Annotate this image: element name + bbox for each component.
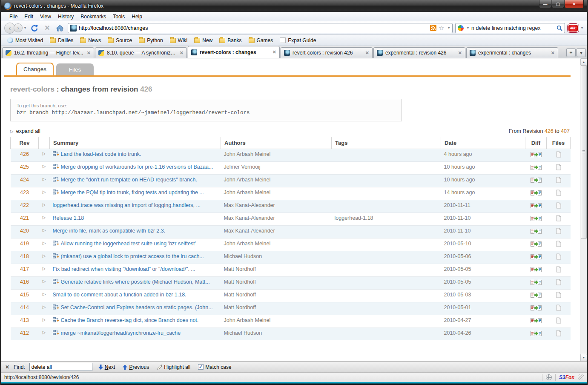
vertical-scrollbar[interactable]: ▲ ▼ [580,58,587,361]
revision-link[interactable]: 425 [20,164,29,170]
summary-link[interactable]: Allow running the loggerhead test suite … [61,241,196,247]
rss-icon[interactable] [430,25,436,31]
history-dropdown-icon[interactable]: ▼ [23,26,27,30]
diff-icon[interactable] [531,332,542,338]
diff-icon[interactable] [531,319,542,325]
expand-row-icon[interactable]: ▷ [43,253,46,258]
revision-link[interactable]: 416 [20,279,29,285]
browser-tab[interactable]: revert-colors : revision 426 ✕ [281,47,373,58]
menu-item[interactable]: History [54,12,77,21]
bookmark-item[interactable]: New [191,37,215,44]
summary-link[interactable]: Fix bad redirect when visiting "/downloa… [53,266,195,272]
findbar-close-icon[interactable]: ✕ [5,364,9,370]
tab-close-icon[interactable]: ✕ [551,50,555,56]
url-bar[interactable]: ☆ ▼ [68,23,453,33]
find-input[interactable] [29,363,92,371]
menu-item[interactable]: File [6,12,21,21]
files-icon[interactable] [556,153,561,159]
files-icon[interactable] [556,293,561,299]
expand-row-icon[interactable]: ▷ [43,190,46,194]
highlight-all-button[interactable]: Highlight all [155,364,192,371]
search-input[interactable] [471,25,555,31]
summary-link[interactable]: (mkanat) use a global lock to protect ac… [61,253,204,259]
expand-all-link[interactable]: ▷ expand all [10,128,40,134]
bookmark-item[interactable]: Expat Guide [277,37,319,44]
forward-button[interactable]: › [14,23,23,32]
find-next-button[interactable]: Next [97,364,117,371]
tab-close-icon[interactable]: ✕ [87,50,91,56]
url-dropdown-icon[interactable]: ▼ [447,26,450,30]
tab-close-icon[interactable]: ✕ [272,49,276,55]
diff-icon[interactable] [531,281,542,287]
minimize-button[interactable]: — [539,0,551,8]
files-icon[interactable] [556,319,561,325]
scroll-down-icon[interactable]: ▼ [580,354,587,361]
revision-link[interactable]: 423 [20,190,29,195]
reload-button[interactable] [29,23,40,33]
revision-link[interactable]: 412 [20,330,29,336]
globe-icon[interactable] [546,374,552,380]
checkbox-checked-icon[interactable]: ✓ [198,364,204,370]
bookmark-item[interactable]: Wiki [167,37,191,44]
bookmark-item[interactable]: Most Visited [4,37,46,44]
summary-link[interactable]: Merge the PQM tip into trunk, fixing tes… [61,190,204,195]
expand-row-icon[interactable]: ▷ [43,292,46,296]
bookmark-item[interactable]: Source [105,37,135,44]
menu-item[interactable]: Help [128,12,146,21]
revision-link[interactable]: 424 [20,177,29,183]
summary-link[interactable]: Cache the Branch reverse-tag dict, since… [61,317,199,323]
revision-link[interactable]: 414 [20,305,29,310]
resize-grip[interactable] [578,374,584,380]
diff-icon[interactable] [531,153,542,159]
menu-item[interactable]: Tools [109,12,128,21]
bookmark-item[interactable]: Banks [216,37,244,44]
diff-icon[interactable] [531,166,542,172]
menu-item[interactable]: Bookmarks [77,12,109,21]
tab-close-icon[interactable]: ✕ [180,50,184,56]
browser-tab[interactable]: experimental : changes ✕ [466,47,558,58]
diff-icon[interactable] [531,307,542,313]
files-icon[interactable] [556,191,561,197]
diff-icon[interactable] [531,256,542,261]
menu-item[interactable]: Edit [21,12,37,21]
home-button[interactable] [55,23,65,33]
revision-link[interactable]: 413 [20,317,29,323]
diff-icon[interactable] [531,268,542,274]
tab-close-icon[interactable]: ✕ [458,50,462,56]
revision-link[interactable]: 418 [20,253,29,259]
browser-tab[interactable]: revert-colors : changes ✕ [188,46,280,58]
revision-link[interactable]: 422 [20,202,29,208]
expand-row-icon[interactable]: ▷ [43,279,46,284]
diff-icon[interactable] [531,243,542,249]
expand-row-icon[interactable]: ▷ [43,151,46,156]
summary-link[interactable]: Set Cache-Control and Expires headers on… [61,305,213,310]
files-icon[interactable] [556,255,561,261]
summary-link[interactable]: Merge dropping of workarounds for pre-1.… [61,164,213,170]
revision-link[interactable]: 426 [20,151,29,157]
expand-row-icon[interactable]: ▷ [43,215,46,220]
files-icon[interactable] [556,204,561,210]
files-icon[interactable] [556,230,561,236]
revision-link[interactable]: 415 [20,292,29,298]
bookmark-star-icon[interactable]: ☆ [439,24,444,32]
files-icon[interactable] [556,268,561,274]
summary-link[interactable]: Merge info file, mark as compatible with… [53,228,166,234]
expand-row-icon[interactable]: ▷ [43,228,46,233]
expand-row-icon[interactable]: ▷ [43,305,46,309]
diff-icon[interactable] [531,192,542,198]
summary-link[interactable]: Small to-do comment about a function add… [53,292,186,298]
files-icon[interactable] [556,281,561,287]
search-go-icon[interactable] [556,25,562,31]
from-rev-link[interactable]: 426 [545,128,554,134]
search-engine-icon[interactable] [458,25,464,31]
summary-link[interactable]: loggerhead.trace was missing an import o… [53,202,201,208]
expand-row-icon[interactable]: ▷ [43,202,46,207]
diff-icon[interactable] [531,294,542,300]
expand-row-icon[interactable]: ▷ [43,330,46,335]
url-input[interactable] [79,25,428,31]
match-case-checkbox[interactable]: ✓ Match case [196,364,233,371]
maximize-button[interactable]: ▢ [552,0,564,8]
summary-link[interactable]: Generate relative links where possible (… [61,279,210,285]
adblock-dropdown-icon[interactable]: ▼ [580,26,584,30]
browser-tab[interactable]: 8.10. queue — A synchronize... ✕ [95,47,187,58]
